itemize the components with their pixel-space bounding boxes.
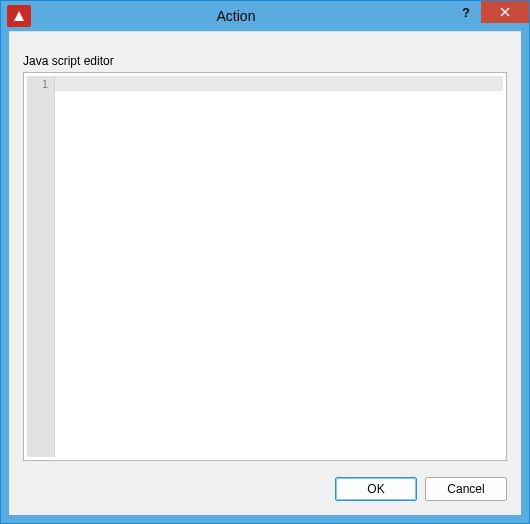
window-title: Action — [31, 1, 451, 31]
client-area: Java script editor 1 OK Cancel — [9, 31, 521, 515]
close-button[interactable] — [481, 1, 529, 23]
editor-label: Java script editor — [23, 54, 114, 68]
action-dialog: Action ? Java script editor 1 — [0, 0, 530, 524]
cancel-button[interactable]: Cancel — [425, 477, 507, 501]
app-icon — [7, 5, 31, 27]
window-controls: ? — [451, 1, 529, 23]
code-area[interactable] — [55, 76, 503, 457]
ok-button[interactable]: OK — [335, 477, 417, 501]
help-button[interactable]: ? — [451, 1, 481, 23]
line-number: 1 — [27, 78, 48, 91]
dialog-footer: OK Cancel — [335, 477, 507, 501]
editor-frame: 1 — [23, 72, 507, 461]
titlebar[interactable]: Action ? — [1, 1, 529, 31]
line-gutter: 1 — [27, 76, 55, 457]
code-editor[interactable]: 1 — [27, 76, 503, 457]
close-icon — [499, 6, 511, 18]
code-input[interactable] — [55, 76, 503, 457]
